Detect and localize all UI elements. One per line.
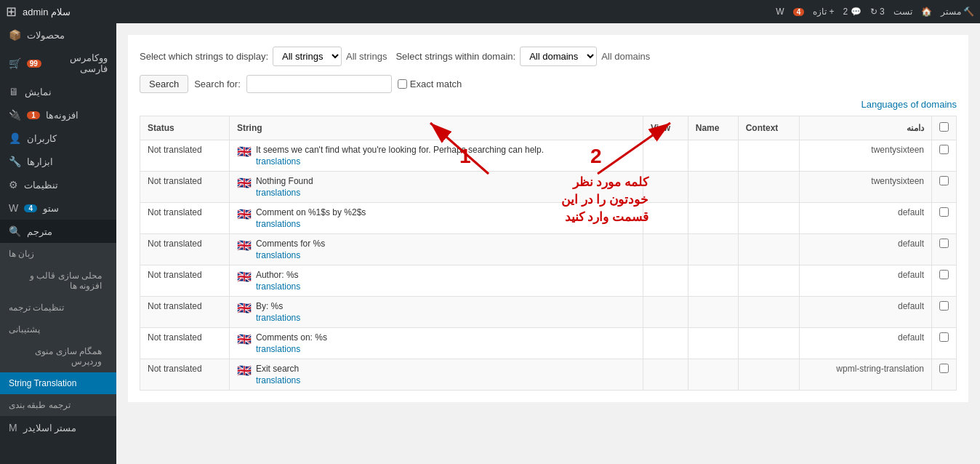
sidebar-item-master-slider[interactable]: مستر اسلایدر M [0,416,116,439]
status-cell: Not translated [140,265,230,297]
header-checkbox [932,116,957,140]
string-content: 🇬🇧 Comments for %s translations [237,239,635,260]
translations-link[interactable]: translations [256,313,300,323]
sidebar-item-sync-menu[interactable]: همگام سازی منوی وردپرس [0,340,116,372]
status-cell: Not translated [140,140,230,172]
search-button[interactable]: Search [140,75,188,93]
sidebar-item-string-translation-label: String Translation [9,378,76,388]
row-checkbox[interactable] [939,364,949,373]
string-text-group: Comment on %1$s by %2$s translations [256,207,366,229]
translations-link[interactable]: translations [256,344,327,354]
sidebar-item-display[interactable]: نمایش 🖥 [0,80,116,103]
string-cell: 🇬🇧 Comments for %s translations [229,234,643,265]
sidebar-item-plugins[interactable]: افزونه‌ها 1 🔌 [0,103,116,127]
sidebar-item-string-translation[interactable]: String Translation [0,372,116,394]
row-checkbox-cell [932,140,957,172]
admin-bar-comments[interactable]: 💬 2 [843,7,861,17]
exact-match-group: Exact match [398,79,462,89]
exact-match-label: Exact match [410,79,462,89]
header-domain: دامنه [800,116,932,140]
sidebar-item-support[interactable]: پشتیبانی [0,319,116,340]
admin-bar-updates[interactable]: 3 ↻ [870,7,885,17]
name-cell [688,328,738,359]
row-checkbox[interactable] [939,145,949,154]
string-cell: 🇬🇧 Nothing Found translations [229,172,643,203]
admin-bar-right: 🔨 مستر 🏠 تست 3 ↻ 💬 2 + تازه 4 W [776,7,974,17]
sidebar-item-translation-settings-label: تنظیمات ترجمه [9,303,64,313]
translations-link[interactable]: translations [256,250,325,260]
string-content: 🇬🇧 It seems we can't find what you're lo… [237,145,635,167]
string-text: Comment on %1$s by %2$s [256,207,366,217]
row-checkbox[interactable] [939,301,949,311]
translations-link[interactable]: translations [256,375,300,385]
row-checkbox[interactable] [939,207,949,217]
search-input[interactable] [246,75,392,93]
sidebar-item-woocommerce[interactable]: ووکامرس فارسی 99 🛒 [0,47,116,80]
admin-bar-new[interactable]: + تازه [813,7,834,17]
flag-icon: 🇬🇧 [237,332,252,346]
row-checkbox[interactable] [939,176,949,185]
row-checkbox[interactable] [939,332,949,342]
display-filter-select[interactable]: All strings [273,47,342,66]
context-cell [738,359,799,391]
flag-icon: 🇬🇧 [237,301,252,315]
string-text-group: Exit search translations [256,364,300,385]
master-slider-icon: M [9,422,17,433]
translations-link[interactable]: translations [256,156,544,167]
admin-bar-master[interactable]: 🔨 مستر [941,7,974,17]
status-cell: Not translated [140,359,230,391]
sidebar-item-tools[interactable]: ابزارها 🔧 [0,150,116,173]
status-cell: Not translated [140,297,230,328]
string-text: Nothing Found [256,176,313,186]
languages-of-domains-link[interactable]: Languages of domains [861,99,957,110]
domain-filter-label: Select strings within domain: [395,51,515,62]
sidebar-item-sto[interactable]: ستو 4 W [0,196,116,220]
translations-link[interactable]: translations [256,219,366,229]
sidebar-item-languages[interactable]: زبان ها [0,243,116,265]
flag-icon: 🇬🇧 [237,207,252,221]
select-all-checkbox[interactable] [939,122,949,132]
admin-bar: ⊞ سلام admin 🔨 مستر 🏠 تست 3 ↻ 💬 2 + تازه… [0,0,980,23]
row-checkbox-cell [932,203,957,234]
status-cell: Not translated [140,172,230,203]
sidebar: محصولات 📦 ووکامرس فارسی 99 🛒 نمایش 🖥 افز… [0,23,116,464]
row-checkbox[interactable] [939,270,949,279]
admin-bar-home[interactable]: 🏠 [921,7,932,17]
row-checkbox[interactable] [939,239,949,248]
string-cell: 🇬🇧 Exit search translations [229,359,643,391]
sidebar-item-users[interactable]: کاربران 👤 [0,127,116,150]
string-cell: 🇬🇧 Comments on: %s translations [229,328,643,359]
flag-icon: 🇬🇧 [237,364,252,377]
header-status: Status [140,116,230,140]
translator-icon: 🔍 [9,225,21,237]
domain-filter-select[interactable]: All domains [520,47,597,66]
sidebar-item-languages-label: زبان ها [9,249,34,259]
translations-link[interactable]: translations [256,281,300,292]
sidebar-item-translator[interactable]: مترجم 🔍 [0,220,116,243]
admin-bar-test[interactable]: تست [893,7,912,17]
domain-cell: default [800,234,932,265]
sidebar-item-translator-label: مترجم [27,226,52,237]
name-cell [688,140,738,172]
sidebar-item-localize[interactable]: محلی سازی قالب و افزونه ها [0,265,116,297]
sidebar-item-taxonomy-translation[interactable]: ترجمه طبقه بندی [0,394,116,416]
context-cell [738,172,799,203]
string-text-group: Comments for %s translations [256,239,325,260]
sidebar-item-settings[interactable]: تنظیمات ⚙ [0,173,116,196]
table-row: Not translated 🇬🇧 Nothing Found translat… [140,172,957,203]
sto-icon: W [9,202,18,214]
sidebar-item-sync-menu-label: همگام سازی منوی وردپرس [9,346,102,367]
display-icon: 🖥 [9,86,19,97]
display-filter-value: All strings [346,51,387,62]
sidebar-item-translation-settings[interactable]: تنظیمات ترجمه [0,297,116,319]
admin-bar-wpicon[interactable]: W [776,7,784,17]
users-icon: 👤 [9,132,21,144]
view-cell [643,265,688,297]
exact-match-checkbox[interactable] [398,79,407,89]
table-row: Not translated 🇬🇧 Comments on: %s transl… [140,328,957,359]
translations-link[interactable]: translations [256,188,313,198]
site-name[interactable]: سلام admin [23,7,71,17]
header-string: String [229,116,643,140]
status-cell: Not translated [140,234,230,265]
sidebar-item-products[interactable]: محصولات 📦 [0,23,116,47]
